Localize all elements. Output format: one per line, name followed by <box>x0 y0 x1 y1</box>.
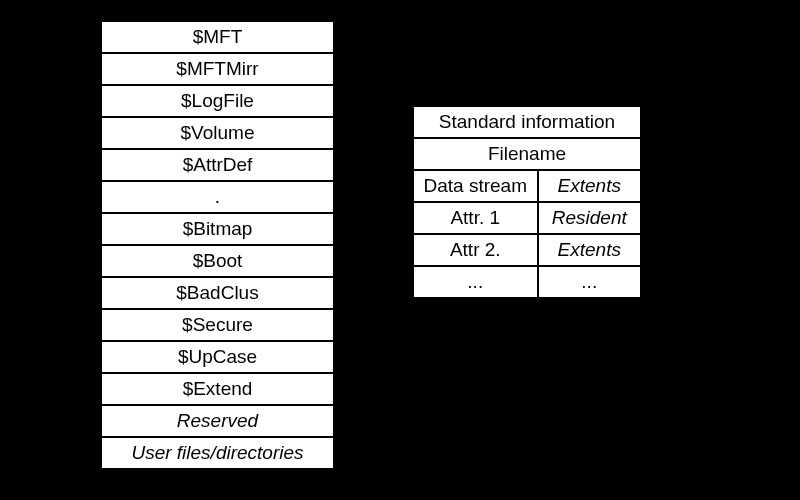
attribute-name: Attr. 1 <box>412 201 539 235</box>
mft-entry: $MFTMirr <box>100 52 335 86</box>
mft-entry: $Volume <box>100 116 335 150</box>
record-attribute-row: ... ... <box>412 265 642 299</box>
attribute-location: Extents <box>539 233 643 267</box>
record-header-filename: Filename <box>412 137 642 171</box>
attribute-location: Resident <box>539 201 643 235</box>
record-header-stdinfo: Standard information <box>412 105 642 139</box>
mft-entry-userfiles: User files/directories <box>100 436 335 470</box>
mft-entry: $MFT <box>100 20 335 54</box>
mft-entry-reserved: Reserved <box>100 404 335 438</box>
mft-entries-table: $MFT $MFTMirr $LogFile $Volume $AttrDef … <box>100 20 335 470</box>
mft-entry: $AttrDef <box>100 148 335 182</box>
mft-entry: $Extend <box>100 372 335 406</box>
record-attribute-row: Attr 2. Extents <box>412 233 642 267</box>
attribute-name: Attr 2. <box>412 233 539 267</box>
mft-entry: $Secure <box>100 308 335 342</box>
mft-entry: $UpCase <box>100 340 335 374</box>
mft-entry: . <box>100 180 335 214</box>
record-attribute-row: Data stream Extents <box>412 169 642 203</box>
attribute-location: Extents <box>539 169 643 203</box>
mft-entry: $LogFile <box>100 84 335 118</box>
mft-entry: $Boot <box>100 244 335 278</box>
record-attribute-row: Attr. 1 Resident <box>412 201 642 235</box>
attribute-name: ... <box>412 265 539 299</box>
attribute-location: ... <box>539 265 643 299</box>
file-record-table: Standard information Filename Data strea… <box>412 105 642 299</box>
mft-entry: $BadClus <box>100 276 335 310</box>
attribute-name: Data stream <box>412 169 539 203</box>
mft-entry: $Bitmap <box>100 212 335 246</box>
